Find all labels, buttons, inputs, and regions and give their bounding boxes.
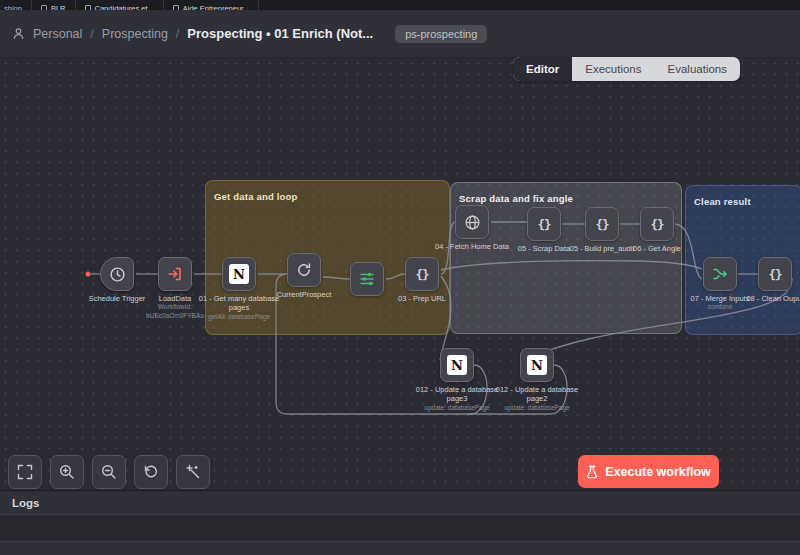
breadcrumb-separator: /	[90, 27, 93, 41]
view-tabs: Editor Executions Evaluations	[513, 57, 740, 81]
code-icon: {}	[415, 267, 428, 282]
clock-icon	[109, 266, 126, 283]
node-merge-inputs[interactable]: 07 - Merge Inputscombine	[703, 257, 737, 291]
notion-icon: N	[229, 264, 249, 284]
logs-body	[0, 515, 800, 542]
node-label: 012 - Update a database page3	[411, 385, 503, 404]
node-schedule-trigger[interactable]: Schedule Trigger	[100, 257, 134, 291]
code-icon: {}	[768, 267, 781, 282]
tab-executions[interactable]: Executions	[572, 57, 654, 81]
browser-tab-label: BLR	[51, 4, 66, 11]
node-box: {}	[527, 207, 561, 241]
flask-icon	[586, 465, 598, 479]
node-current-prospect-loop[interactable]: CurrentProspect	[287, 253, 321, 287]
logs-title: Logs	[12, 497, 39, 509]
breadcrumb-project[interactable]: Prospecting	[102, 27, 168, 41]
node-box: {}	[585, 207, 619, 241]
node-sublabel: update: databasePage	[411, 404, 503, 413]
browser-tab-label: shion	[4, 4, 22, 11]
node-loaddata[interactable]: LoadDataWorkflowId: bUEc0aOm0FYBAo	[158, 257, 192, 291]
node-box: {}	[405, 257, 439, 291]
node-box: {}	[758, 257, 792, 291]
node-box: N	[520, 348, 554, 382]
execute-workflow-button[interactable]: Execute workflow	[578, 455, 719, 488]
node-filter[interactable]	[350, 262, 384, 296]
node-label: 012 - Update a database page2	[491, 385, 583, 404]
breadcrumb-account[interactable]: Personal	[33, 27, 82, 41]
node-sublabel: update: databasePage	[491, 404, 583, 413]
browser-tab[interactable]: Candidatures et...	[76, 0, 164, 10]
magic-wand-icon	[185, 464, 201, 480]
workflow-canvas[interactable]: Get data and loop Scrap data and fix ang…	[0, 58, 800, 490]
breadcrumb-separator: /	[176, 27, 179, 41]
browser-tab-strip: shion BLR Candidatures et... Aide Entrep…	[0, 0, 800, 10]
zoom-in-button[interactable]	[50, 455, 84, 489]
node-box: N	[440, 348, 474, 382]
browser-tab[interactable]: Aide Entrepreneur...	[164, 0, 260, 10]
browser-tab-label: Candidatures et...	[95, 4, 154, 11]
zoom-out-button[interactable]	[92, 455, 126, 489]
undo-icon	[143, 464, 159, 480]
loop-icon	[296, 262, 312, 278]
workflow-header: Personal / Prospecting / Prospecting • 0…	[0, 10, 800, 58]
favicon-icon	[41, 5, 47, 10]
undo-button[interactable]	[134, 455, 168, 489]
tidy-up-button[interactable]	[176, 455, 210, 489]
zoom-to-fit-button[interactable]	[8, 455, 42, 489]
node-box: N	[222, 257, 256, 291]
node-box	[287, 253, 321, 287]
node-box	[455, 205, 489, 239]
node-box	[100, 257, 134, 291]
sign-in-icon	[167, 266, 183, 282]
tab-editor[interactable]: Editor	[513, 57, 572, 81]
node-notion-update-page3[interactable]: N 012 - Update a database page3update: d…	[440, 348, 474, 382]
group-title: Get data and loop	[214, 191, 298, 202]
node-scrap-data[interactable]: {} 05 - Scrap Data	[527, 207, 561, 241]
workflow-tag-badge[interactable]: ps-prospecting	[395, 25, 487, 43]
code-icon: {}	[650, 217, 663, 232]
zoom-out-icon	[101, 464, 117, 480]
n8n-workflow-editor: shion BLR Candidatures et... Aide Entrep…	[0, 0, 800, 555]
person-icon	[12, 27, 25, 40]
favicon-icon	[85, 5, 91, 10]
node-box	[703, 257, 737, 291]
node-notion-get-pages[interactable]: N 01 - Get many database pagesgetAll: da…	[222, 257, 256, 291]
node-box	[350, 262, 384, 296]
group-title: Scrap data and fix angle	[459, 193, 573, 204]
tab-evaluations[interactable]: Evaluations	[655, 57, 740, 81]
notion-icon: N	[527, 355, 547, 375]
browser-tab[interactable]: shion	[0, 0, 32, 10]
canvas-toolbar	[8, 455, 210, 489]
node-box	[158, 257, 192, 291]
node-box: {}	[640, 207, 674, 241]
code-icon: {}	[595, 217, 608, 232]
node-notion-update-page2[interactable]: N 012 - Update a database page2update: d…	[520, 348, 554, 382]
favicon-icon	[173, 5, 179, 10]
merge-icon	[712, 266, 728, 282]
node-fetch-home-data[interactable]: 04 - Fetch Home Data	[455, 205, 489, 239]
code-icon: {}	[537, 217, 550, 232]
node-clean-output[interactable]: {} 08 - Clean Ouput	[758, 257, 792, 291]
browser-tab[interactable]: BLR	[32, 0, 76, 10]
node-prep-url[interactable]: {} 03 - Prep URL	[405, 257, 439, 291]
group-title: Clean result	[694, 196, 751, 207]
node-build-pre-audit[interactable]: {} 05 - Build pre_audit	[585, 207, 619, 241]
logs-header[interactable]: Logs	[0, 491, 800, 515]
execute-workflow-label: Execute workflow	[605, 465, 711, 479]
zoom-in-icon	[59, 464, 75, 480]
logs-panel: Logs	[0, 490, 800, 555]
workflow-title[interactable]: Prospecting • 01 Enrich (Not...	[187, 26, 373, 41]
node-get-angle[interactable]: {} 06 - Get Angle	[640, 207, 674, 241]
zoom-to-fit-icon	[17, 464, 33, 480]
filter-sliders-icon	[359, 271, 375, 287]
globe-icon	[464, 214, 481, 231]
node-label: Schedule Trigger	[71, 294, 163, 303]
notion-icon: N	[447, 355, 467, 375]
browser-tab-label: Aide Entrepreneur...	[183, 4, 250, 11]
